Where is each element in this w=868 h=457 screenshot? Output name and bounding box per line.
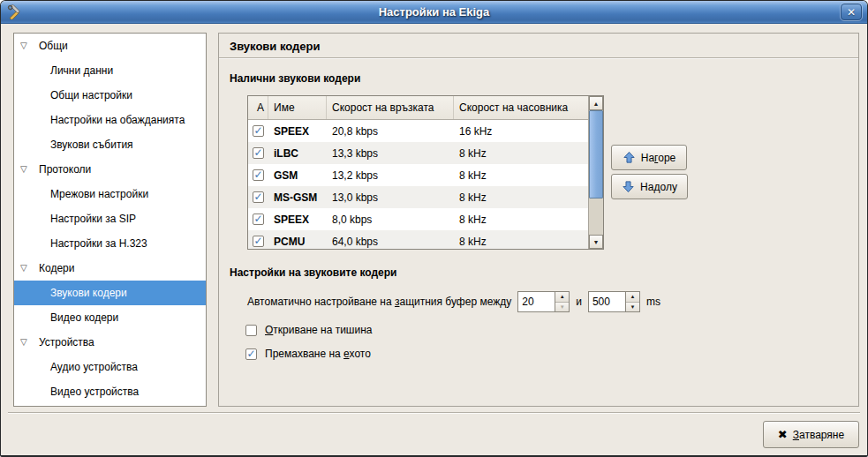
sidebar-item-protocols[interactable]: Протоколи <box>14 157 206 182</box>
table-row[interactable]: SPEEX 8,0 kbps 8 kHz <box>248 208 588 230</box>
sidebar-item-general[interactable]: Общи <box>14 34 206 58</box>
close-icon: ✕ <box>847 7 856 18</box>
up-arrow-icon <box>623 151 636 164</box>
sidebar-item-sound-events[interactable]: Звукови събития <box>14 132 206 157</box>
expander-icon[interactable] <box>20 165 32 174</box>
table-row[interactable]: iLBC 13,3 kbps 8 kHz <box>248 142 588 164</box>
table-row[interactable]: MS-GSM 13,0 kbps 8 kHz <box>248 186 588 208</box>
jitter-unit-label: ms <box>646 296 660 308</box>
titlebar[interactable]: Настройки на Ekiga ✕ <box>1 1 867 24</box>
preferences-category-list: Общи Лични данни Общи настройки Настройк… <box>13 33 207 407</box>
close-dialog-label: Затваряне <box>793 429 844 441</box>
table-row[interactable]: PCMU 64,0 kbps 8 kHz <box>248 230 588 249</box>
sidebar-item-h323-settings[interactable]: Настройки за H.323 <box>14 231 206 256</box>
available-codecs-label: Налични звукови кодери <box>230 72 360 85</box>
jitter-buffer-row: Автоматично настройване на защитния буфе… <box>247 290 660 313</box>
codec-enabled-checkbox[interactable] <box>253 125 264 137</box>
codec-table: А Име Скорост на връзката Скорост на час… <box>247 95 604 250</box>
jitter-min-input[interactable] <box>518 292 555 311</box>
audio-codecs-panel: Звукови кодери Налични звукови кодери А … <box>218 33 859 407</box>
move-down-button[interactable]: Надолу <box>611 174 688 199</box>
jitter-conjunction: и <box>576 296 582 308</box>
silence-detection-checkbox[interactable] <box>245 325 257 336</box>
jitter-max-spinner[interactable] <box>588 291 640 312</box>
sidebar-item-network-settings[interactable]: Мрежови настройки <box>14 182 206 206</box>
column-header-active[interactable]: А <box>248 96 268 119</box>
column-header-name[interactable]: Име <box>268 96 327 119</box>
spin-down-icon[interactable] <box>626 302 639 312</box>
title-separator <box>219 57 858 59</box>
window-title: Настройки на Ekiga <box>1 5 867 19</box>
sidebar-item-sip-settings[interactable]: Настройки за SIP <box>14 206 206 231</box>
sidebar-item-codecs[interactable]: Кодери <box>14 256 206 281</box>
codec-enabled-checkbox[interactable] <box>253 147 264 159</box>
scrollbar-track[interactable] <box>589 110 603 235</box>
tools-window-icon <box>7 4 22 19</box>
expander-icon[interactable] <box>20 41 32 50</box>
codec-enabled-checkbox[interactable] <box>253 191 264 203</box>
echo-cancellation-label: Премахване на ехото <box>265 348 371 360</box>
codec-enabled-checkbox[interactable] <box>253 236 264 247</box>
spin-up-icon[interactable] <box>555 292 569 302</box>
silence-detection-label: Откриване на тишина <box>265 324 372 336</box>
move-up-label: Нагоре <box>641 152 676 164</box>
sidebar-item-video-codecs[interactable]: Видео кодери <box>14 305 206 330</box>
move-down-label: Надолу <box>640 181 677 193</box>
expander-icon[interactable] <box>20 264 32 273</box>
jitter-min-spinner[interactable] <box>517 291 570 312</box>
codec-enabled-checkbox[interactable] <box>253 214 264 225</box>
move-up-button[interactable]: Нагоре <box>611 145 687 170</box>
sidebar-item-video-devices[interactable]: Видео устройства <box>14 379 206 404</box>
codec-enabled-checkbox[interactable] <box>253 169 264 181</box>
sidebar-item-audio-devices[interactable]: Аудио устройства <box>14 355 206 379</box>
codec-grid: А Име Скорост на връзката Скорост на час… <box>248 96 588 249</box>
close-dialog-button[interactable]: ✖ Затваряне <box>763 421 859 448</box>
scrollbar-thumb[interactable] <box>589 110 603 199</box>
window-close-button[interactable]: ✕ <box>841 4 862 20</box>
sidebar-item-general-settings[interactable]: Общи настройки <box>14 83 206 108</box>
preferences-window: Настройки на Ekiga ✕ Общи Лични данни Об… <box>0 0 868 457</box>
spin-up-icon[interactable] <box>626 292 639 302</box>
codec-settings-label: Настройки на звуковите кодери <box>230 266 396 279</box>
sidebar-item-audio-codecs[interactable]: Звукови кодери <box>14 281 206 305</box>
echo-cancellation-checkbox[interactable] <box>245 348 257 360</box>
down-arrow-icon <box>622 180 635 193</box>
footer-separator <box>8 412 860 414</box>
scroll-up-icon[interactable] <box>589 96 603 110</box>
page-title: Звукови кодери <box>230 40 320 53</box>
jitter-max-input[interactable] <box>589 292 625 311</box>
table-row[interactable]: GSM 13,2 kbps 8 kHz <box>248 164 588 186</box>
table-header-row: А Име Скорост на връзката Скорост на час… <box>248 96 588 120</box>
sidebar-item-call-options[interactable]: Настройки на обажданията <box>14 108 206 132</box>
sidebar-item-devices[interactable]: Устройства <box>14 330 206 355</box>
echo-cancellation-checkbox-row[interactable]: Премахване на ехото <box>245 348 371 360</box>
table-row[interactable]: SPEEX 20,8 kbps 16 kHz <box>248 120 588 142</box>
silence-detection-checkbox-row[interactable]: Откриване на тишина <box>245 324 372 336</box>
close-x-icon: ✖ <box>778 429 788 440</box>
expander-icon[interactable] <box>20 338 32 347</box>
jitter-label: Автоматично настройване на защитния буфе… <box>247 296 511 308</box>
scroll-down-icon[interactable] <box>589 235 603 249</box>
table-scrollbar[interactable] <box>588 96 603 249</box>
sidebar-item-personal-data[interactable]: Лични данни <box>14 58 206 83</box>
column-header-bitrate[interactable]: Скорост на връзката <box>327 96 454 119</box>
spin-down-icon[interactable] <box>555 302 569 312</box>
column-header-clock[interactable]: Скорост на часовника <box>454 96 588 119</box>
